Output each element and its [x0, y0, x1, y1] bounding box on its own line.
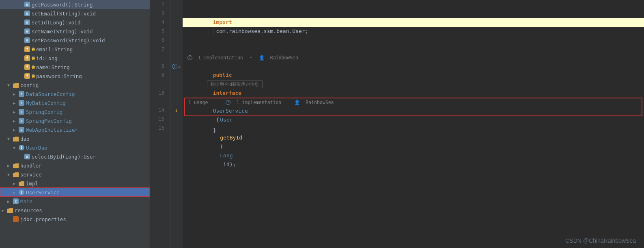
- open-arrow-icon: [13, 146, 19, 150]
- item-label: handler: [20, 163, 42, 169]
- tree-item-selectbyid[interactable]: m selectById(Long):User: [0, 152, 150, 161]
- item-label: id:Long: [36, 55, 58, 61]
- gutter-15: [170, 115, 183, 124]
- meta-author: RainbowSea: [270, 54, 298, 62]
- method-badge: m: [24, 154, 30, 159]
- tree-item-mybatisconfig[interactable]: c MyBatisConfig: [0, 98, 150, 107]
- lock-icon: 🔒: [32, 65, 35, 69]
- line-num-16: 16: [150, 124, 167, 133]
- code-line-7: [183, 45, 644, 54]
- item-label: jdbc.properties: [20, 216, 66, 222]
- tree-item-datasourceconfig[interactable]: c DataSourceConfig: [0, 89, 150, 98]
- tree-item-getPassword[interactable]: m getPassword():String: [0, 0, 150, 9]
- line-num-14: 14: [150, 106, 167, 115]
- code-line-6: [183, 36, 644, 45]
- gutter-13: [170, 89, 183, 98]
- keyword-import: import: [213, 19, 232, 25]
- tree-item-dao[interactable]: dao: [0, 134, 150, 143]
- tree-item-main[interactable]: c Main: [0, 197, 150, 206]
- tree-item-config[interactable]: config: [0, 80, 150, 89]
- code-line-9: [183, 71, 644, 80]
- tree-item-email[interactable]: f 🔒 email:String: [0, 45, 150, 54]
- item-label: setName(String):void: [32, 28, 93, 35]
- class-badge: c: [19, 91, 24, 97]
- code-line-13: [183, 89, 644, 98]
- tree-item-setName[interactable]: m setName(String):void: [0, 27, 150, 36]
- tree-item-service[interactable]: service: [0, 170, 150, 179]
- meta-line-1[interactable]: I 1 implementation • 👤 RainbowSea: [183, 54, 644, 62]
- tree-item-setEmail[interactable]: m setEmail(String):void: [0, 9, 150, 18]
- down-arrow-icon-2: ↓: [175, 107, 178, 113]
- tree-item-password[interactable]: f 🔒 password:String: [0, 72, 150, 80]
- meta-line-num-2: [150, 98, 167, 106]
- line-num-15: 15: [150, 115, 167, 124]
- class-badge: c: [19, 109, 24, 115]
- closed-arrow-icon: [13, 119, 19, 123]
- code-line-4: [183, 18, 644, 27]
- code-line-16: [183, 126, 644, 135]
- tree-item-handler[interactable]: handler: [0, 161, 150, 170]
- item-label: SpringMvcConfig: [26, 118, 72, 124]
- item-label: resources: [15, 207, 42, 213]
- meta-user-icon2: 👤: [294, 98, 300, 107]
- gutter-8[interactable]: I ↓: [170, 62, 183, 71]
- item-label: setEmail(String):void: [32, 11, 96, 17]
- closed-arrow-icon: [7, 163, 13, 168]
- file-tree[interactable]: m getPassword():String m setEmail(String…: [0, 0, 150, 248]
- tree-item-userservice[interactable]: I UserService: [0, 188, 150, 197]
- gutter: I ↓ ↓: [170, 0, 183, 248]
- gutter-3: [170, 9, 183, 18]
- gutter-2: [170, 0, 183, 9]
- folder-icon: [13, 163, 19, 168]
- item-label: impl: [26, 181, 38, 187]
- item-label: email:String: [36, 46, 73, 52]
- code-area[interactable]: import com.rainbowsea.ssm.bean.User; I 1…: [183, 0, 644, 248]
- tree-item-jdbc-properties[interactable]: jdbc.properties: [0, 215, 150, 224]
- class-badge: c: [19, 118, 24, 124]
- item-label: MyBatisConfig: [26, 100, 66, 106]
- meta-line-2[interactable]: 1 usage I 1 implementation 👤 RainbowSea: [185, 98, 642, 107]
- tree-item-setId[interactable]: m setId(Long):void: [0, 18, 150, 27]
- closed-arrow-icon: [13, 92, 19, 96]
- chinese-comment-region: 根据用户id获取用户信息: [183, 80, 644, 89]
- field-badge: f: [24, 73, 30, 79]
- meta-impl-count2: 1 implementation: [236, 98, 281, 107]
- item-label: service: [20, 172, 42, 178]
- meta-author2: RainbowSea: [306, 98, 334, 107]
- red-highlight-box: 1 usage I 1 implementation 👤 RainbowSea …: [184, 98, 642, 116]
- meta-separator: •: [250, 54, 252, 62]
- tree-item-springconfig[interactable]: c SpringConfig: [0, 107, 150, 116]
- line-num-2: 2: [150, 0, 167, 9]
- closed-arrow-icon: [13, 101, 19, 105]
- code-line-2: [183, 0, 644, 9]
- tree-item-name[interactable]: f 🔒 name:String: [0, 63, 150, 72]
- import-path: com.rainbowsea.ssm.bean.User;: [213, 28, 308, 34]
- method-name-getbyid: getById: [220, 135, 242, 141]
- item-label: setId(Long):void: [32, 20, 80, 26]
- meta-impl-icon2: I: [226, 100, 230, 105]
- tree-item-userdao[interactable]: I UserDao: [0, 143, 150, 152]
- closed-arrow-icon: [13, 128, 19, 132]
- gutter-14[interactable]: ↓: [170, 106, 183, 115]
- code-line-3: import com.rainbowsea.ssm.bean.User;: [183, 9, 644, 18]
- tree-item-webappinitializer[interactable]: c WebAppInitializer: [0, 125, 150, 134]
- tree-item-setPassword[interactable]: m setPassword(String):void: [0, 36, 150, 45]
- class-badge: c: [19, 100, 24, 106]
- item-label: getPassword():String: [32, 2, 93, 8]
- space2: [213, 99, 216, 105]
- line-num-5: 5: [150, 27, 167, 36]
- tree-item-springmvcconfig[interactable]: c SpringMvcConfig: [0, 116, 150, 125]
- item-label: WebAppInitializer: [26, 127, 78, 133]
- tree-item-id[interactable]: f 🔒 id:Long: [0, 54, 150, 63]
- properties-file-icon: [13, 216, 19, 222]
- down-arrow-icon: ↓: [178, 63, 181, 70]
- open-arrow-icon: [7, 137, 13, 141]
- lock-icon: 🔒: [32, 74, 35, 78]
- tree-item-impl[interactable]: impl: [0, 179, 150, 188]
- folder-icon: [13, 136, 19, 141]
- tree-item-resources[interactable]: resources: [0, 206, 150, 215]
- line-num-3: 3: [150, 9, 167, 18]
- gutter-meta: [170, 54, 183, 62]
- item-label: SpringConfig: [26, 109, 62, 115]
- gutter-comment: [170, 80, 183, 89]
